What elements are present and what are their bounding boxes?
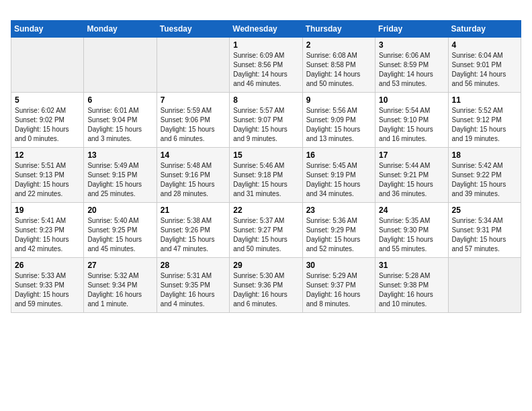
day-info: Sunrise: 5:30 AM Sunset: 9:36 PM Dayligh…: [233, 271, 298, 309]
day-number: 19: [15, 205, 80, 215]
calendar-week-3: 12Sunrise: 5:51 AM Sunset: 9:13 PM Dayli…: [11, 148, 521, 203]
day-info: Sunrise: 5:48 AM Sunset: 9:16 PM Dayligh…: [161, 161, 226, 199]
day-info: Sunrise: 5:29 AM Sunset: 9:37 PM Dayligh…: [306, 271, 371, 309]
day-number: 27: [87, 261, 152, 270]
calendar-cell: 4Sunrise: 6:04 AM Sunset: 9:01 PM Daylig…: [448, 38, 521, 93]
day-number: 24: [379, 205, 444, 215]
day-info: Sunrise: 5:41 AM Sunset: 9:23 PM Dayligh…: [15, 216, 80, 254]
day-number: 2: [306, 40, 371, 50]
day-info: Sunrise: 6:06 AM Sunset: 8:59 PM Dayligh…: [379, 51, 444, 89]
day-number: 12: [15, 150, 80, 160]
day-info: Sunrise: 5:40 AM Sunset: 9:25 PM Dayligh…: [87, 216, 152, 254]
day-info: Sunrise: 5:56 AM Sunset: 9:09 PM Dayligh…: [306, 106, 371, 144]
calendar-cell: 2Sunrise: 6:08 AM Sunset: 8:58 PM Daylig…: [302, 38, 375, 93]
day-info: Sunrise: 5:45 AM Sunset: 9:19 PM Dayligh…: [306, 161, 371, 199]
calendar-cell: 29Sunrise: 5:30 AM Sunset: 9:36 PM Dayli…: [230, 258, 302, 313]
calendar-cell: 17Sunrise: 5:44 AM Sunset: 9:21 PM Dayli…: [375, 148, 448, 203]
day-info: Sunrise: 5:36 AM Sunset: 9:29 PM Dayligh…: [306, 216, 371, 254]
day-number: 11: [452, 95, 517, 105]
day-number: 17: [379, 150, 444, 160]
day-info: Sunrise: 5:42 AM Sunset: 9:22 PM Dayligh…: [452, 161, 517, 199]
day-info: Sunrise: 5:33 AM Sunset: 9:33 PM Dayligh…: [15, 271, 80, 309]
calendar-cell: 15Sunrise: 5:46 AM Sunset: 9:18 PM Dayli…: [230, 148, 302, 203]
calendar-table: SundayMondayTuesdayWednesdayThursdayFrid…: [11, 20, 521, 313]
day-number: 14: [161, 150, 226, 160]
day-info: Sunrise: 5:35 AM Sunset: 9:30 PM Dayligh…: [379, 216, 444, 254]
weekday-header-wednesday: Wednesday: [230, 21, 302, 38]
day-number: 8: [233, 95, 298, 105]
calendar-cell: [448, 258, 521, 313]
day-info: Sunrise: 5:31 AM Sunset: 9:35 PM Dayligh…: [161, 271, 226, 309]
day-info: Sunrise: 5:52 AM Sunset: 9:12 PM Dayligh…: [452, 106, 517, 144]
day-number: 1: [233, 40, 298, 50]
page-header: General Blue: [11, 11, 521, 13]
calendar-cell: 9Sunrise: 5:56 AM Sunset: 9:09 PM Daylig…: [302, 93, 375, 148]
calendar-week-5: 26Sunrise: 5:33 AM Sunset: 9:33 PM Dayli…: [11, 258, 521, 313]
day-info: Sunrise: 5:59 AM Sunset: 9:06 PM Dayligh…: [161, 106, 226, 144]
day-number: 7: [161, 95, 226, 105]
calendar-cell: 31Sunrise: 5:28 AM Sunset: 9:38 PM Dayli…: [375, 258, 448, 313]
day-info: Sunrise: 5:28 AM Sunset: 9:38 PM Dayligh…: [379, 271, 444, 309]
calendar-cell: 23Sunrise: 5:36 AM Sunset: 9:29 PM Dayli…: [302, 203, 375, 258]
calendar-cell: [84, 38, 157, 93]
day-info: Sunrise: 5:34 AM Sunset: 9:31 PM Dayligh…: [452, 216, 517, 254]
calendar-cell: 22Sunrise: 5:37 AM Sunset: 9:27 PM Dayli…: [230, 203, 302, 258]
day-number: 20: [87, 205, 152, 215]
day-info: Sunrise: 5:37 AM Sunset: 9:27 PM Dayligh…: [233, 216, 298, 254]
day-info: Sunrise: 5:57 AM Sunset: 9:07 PM Dayligh…: [233, 106, 298, 144]
calendar-week-4: 19Sunrise: 5:41 AM Sunset: 9:23 PM Dayli…: [11, 203, 521, 258]
calendar-week-2: 5Sunrise: 6:02 AM Sunset: 9:02 PM Daylig…: [11, 93, 521, 148]
calendar-cell: 25Sunrise: 5:34 AM Sunset: 9:31 PM Dayli…: [448, 203, 521, 258]
calendar-cell: 20Sunrise: 5:40 AM Sunset: 9:25 PM Dayli…: [84, 203, 157, 258]
calendar-cell: [11, 38, 84, 93]
day-number: 31: [379, 261, 444, 270]
day-number: 15: [233, 150, 298, 160]
day-info: Sunrise: 6:08 AM Sunset: 8:58 PM Dayligh…: [306, 51, 371, 89]
calendar-cell: 13Sunrise: 5:49 AM Sunset: 9:15 PM Dayli…: [84, 148, 157, 203]
calendar-cell: 8Sunrise: 5:57 AM Sunset: 9:07 PM Daylig…: [230, 93, 302, 148]
day-info: Sunrise: 6:02 AM Sunset: 9:02 PM Dayligh…: [15, 106, 80, 144]
day-number: 26: [15, 261, 80, 270]
calendar-cell: [157, 38, 229, 93]
calendar-cell: 18Sunrise: 5:42 AM Sunset: 9:22 PM Dayli…: [448, 148, 521, 203]
calendar-cell: 21Sunrise: 5:38 AM Sunset: 9:26 PM Dayli…: [157, 203, 229, 258]
day-info: Sunrise: 6:04 AM Sunset: 9:01 PM Dayligh…: [452, 51, 517, 89]
day-info: Sunrise: 5:54 AM Sunset: 9:10 PM Dayligh…: [379, 106, 444, 144]
weekday-header-thursday: Thursday: [302, 21, 375, 38]
day-info: Sunrise: 6:09 AM Sunset: 8:56 PM Dayligh…: [233, 51, 298, 89]
weekday-header-tuesday: Tuesday: [157, 21, 229, 38]
day-info: Sunrise: 5:46 AM Sunset: 9:18 PM Dayligh…: [233, 161, 298, 199]
weekday-header-sunday: Sunday: [11, 21, 84, 38]
calendar-cell: 27Sunrise: 5:32 AM Sunset: 9:34 PM Dayli…: [84, 258, 157, 313]
day-number: 18: [452, 150, 517, 160]
day-number: 22: [233, 205, 298, 215]
day-number: 13: [87, 150, 152, 160]
calendar-cell: 16Sunrise: 5:45 AM Sunset: 9:19 PM Dayli…: [302, 148, 375, 203]
calendar-cell: 26Sunrise: 5:33 AM Sunset: 9:33 PM Dayli…: [11, 258, 84, 313]
day-number: 30: [306, 261, 371, 270]
calendar-cell: 14Sunrise: 5:48 AM Sunset: 9:16 PM Dayli…: [157, 148, 229, 203]
calendar-cell: 7Sunrise: 5:59 AM Sunset: 9:06 PM Daylig…: [157, 93, 229, 148]
day-number: 25: [452, 205, 517, 215]
day-number: 6: [87, 95, 152, 105]
weekday-header-saturday: Saturday: [448, 21, 521, 38]
weekday-header-monday: Monday: [84, 21, 157, 38]
calendar-cell: 24Sunrise: 5:35 AM Sunset: 9:30 PM Dayli…: [375, 203, 448, 258]
day-info: Sunrise: 5:38 AM Sunset: 9:26 PM Dayligh…: [161, 216, 226, 254]
day-number: 10: [379, 95, 444, 105]
day-number: 28: [161, 261, 226, 270]
day-number: 3: [379, 40, 444, 50]
day-number: 4: [452, 40, 517, 50]
day-info: Sunrise: 5:44 AM Sunset: 9:21 PM Dayligh…: [379, 161, 444, 199]
day-info: Sunrise: 5:49 AM Sunset: 9:15 PM Dayligh…: [87, 161, 152, 199]
calendar-cell: 3Sunrise: 6:06 AM Sunset: 8:59 PM Daylig…: [375, 38, 448, 93]
weekday-header-row: SundayMondayTuesdayWednesdayThursdayFrid…: [11, 21, 521, 38]
weekday-header-friday: Friday: [375, 21, 448, 38]
day-number: 5: [15, 95, 80, 105]
calendar-cell: 28Sunrise: 5:31 AM Sunset: 9:35 PM Dayli…: [157, 258, 229, 313]
calendar-cell: 11Sunrise: 5:52 AM Sunset: 9:12 PM Dayli…: [448, 93, 521, 148]
day-number: 23: [306, 205, 371, 215]
calendar-cell: 1Sunrise: 6:09 AM Sunset: 8:56 PM Daylig…: [230, 38, 302, 93]
calendar-cell: 12Sunrise: 5:51 AM Sunset: 9:13 PM Dayli…: [11, 148, 84, 203]
day-number: 16: [306, 150, 371, 160]
